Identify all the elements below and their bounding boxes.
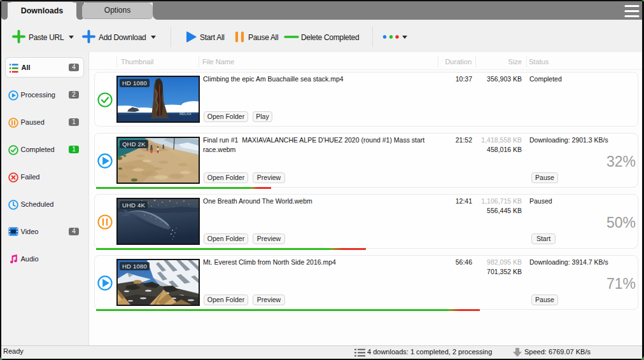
- svg-text:RELAX: RELAX: [179, 112, 192, 116]
